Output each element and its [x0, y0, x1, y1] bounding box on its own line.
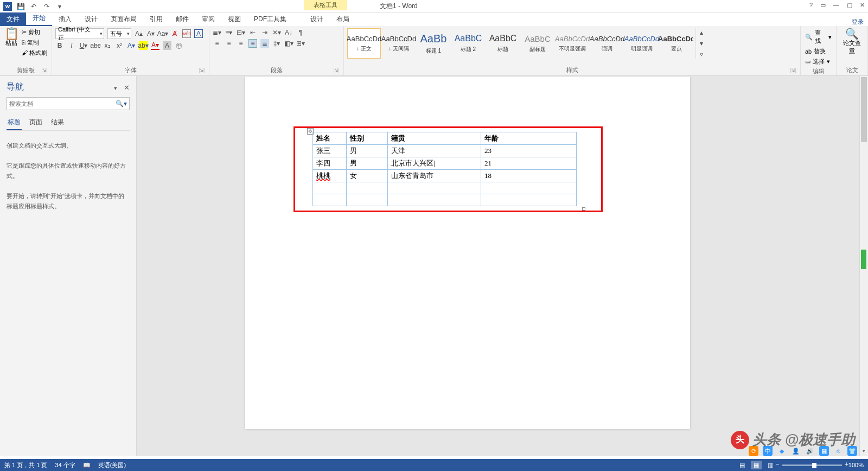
status-words[interactable]: 34 个字 [55, 461, 75, 469]
tab-table-layout[interactable]: 布局 [330, 12, 356, 26]
select-button[interactable]: ▭ 选择▾ [804, 57, 833, 66]
justify-button[interactable]: ≡ [248, 39, 257, 48]
style-emph[interactable]: AaBbCcDd强调 [590, 28, 624, 59]
font-size-select[interactable]: 五号 [107, 28, 131, 39]
italic-button[interactable]: I [67, 41, 76, 50]
font-color-button[interactable]: A▾ [151, 41, 159, 50]
style-strong[interactable]: AaBbCcDd要点 [660, 28, 693, 59]
data-table[interactable]: 姓名 性别 籍贯 年龄 张三男天津23 李四男北京市大兴区21 桃桃女山东省青岛… [312, 132, 577, 206]
th-age[interactable]: 年龄 [481, 132, 577, 145]
find-button[interactable]: 🔍 查找▾ [804, 28, 833, 46]
search-icon[interactable]: 🔍▾ [116, 100, 127, 107]
th-name[interactable]: 姓名 [313, 132, 347, 145]
bullets-button[interactable]: ≣▾ [213, 28, 221, 37]
help-button[interactable]: ? [809, 2, 813, 9]
style-h1[interactable]: AaBb标题 1 [417, 28, 450, 59]
numbering-button[interactable]: ≡▾ [225, 28, 233, 37]
tab-table-design[interactable]: 设计 [304, 12, 330, 26]
align-center-button[interactable]: ≡ [225, 39, 233, 48]
tab-home[interactable]: 开始 [26, 11, 52, 26]
shrink-font-icon[interactable]: A▾ [146, 29, 155, 38]
distribute-button[interactable]: ≣ [260, 39, 269, 48]
align-right-button[interactable]: ≡ [237, 39, 245, 48]
page[interactable]: ✥ 姓名 性别 籍贯 年龄 张三男天津23 李四男北京市大兴区21 桃桃女山东省… [245, 77, 690, 429]
multilevel-button[interactable]: ⊟▾ [237, 28, 245, 37]
web-layout-icon[interactable]: ▥ [765, 461, 776, 469]
thesis-check-button[interactable]: 🔍 论文查重 [840, 28, 864, 56]
nav-menu-icon[interactable]: ▾ [114, 85, 117, 91]
read-mode-icon[interactable]: ▤ [737, 461, 748, 469]
highlight-button[interactable]: ab▾ [139, 41, 148, 50]
style-title[interactable]: AaBbC标题 [486, 28, 520, 59]
superscript-button[interactable]: x² [115, 41, 124, 50]
th-gender[interactable]: 性别 [347, 132, 388, 145]
asian-layout-button[interactable]: ✕▾ [272, 28, 281, 37]
borders-button[interactable]: ⊞▾ [296, 39, 305, 48]
undo-icon[interactable]: ↶ [29, 2, 38, 11]
tab-file[interactable]: 文件 [0, 12, 26, 26]
subscript-button[interactable]: x₂ [103, 41, 112, 50]
cut-button[interactable]: ✂ 剪切 [22, 28, 47, 36]
grow-font-icon[interactable]: A▴ [135, 29, 143, 38]
style-subtitle[interactable]: AaBbC副标题 [521, 28, 554, 59]
nav-close-icon[interactable]: ✕ [124, 84, 130, 92]
style-int-emph[interactable]: AaBbCcDd明显强调 [625, 28, 659, 59]
sort-button[interactable]: A↓ [284, 28, 293, 37]
tab-references[interactable]: 引用 [143, 12, 169, 26]
bold-button[interactable]: B [55, 41, 64, 50]
close-button[interactable]: ✕ [860, 2, 865, 9]
styles-up-icon[interactable]: ▴ [697, 28, 706, 37]
print-layout-icon[interactable]: ▦ [751, 461, 762, 469]
indent-dec-button[interactable]: ⇤ [248, 28, 257, 37]
zoom-level[interactable]: 100% [848, 462, 864, 468]
tab-layout[interactable]: 页面布局 [104, 12, 143, 26]
style-normal[interactable]: AaBbCcDd↓ 正文 [347, 28, 381, 59]
text-effects-button[interactable]: A▾ [127, 41, 136, 50]
status-language[interactable]: 英语(美国) [98, 461, 126, 469]
maximize-button[interactable]: ▢ [847, 2, 852, 9]
scroll-thumb[interactable] [861, 77, 867, 142]
nav-tab-results[interactable]: 结果 [50, 116, 65, 130]
redo-icon[interactable]: ↷ [42, 2, 51, 11]
char-border-icon[interactable]: A [194, 29, 203, 38]
styles-launcher[interactable]: ⇲ [790, 68, 796, 73]
qat-more-icon[interactable]: ▾ [55, 2, 64, 11]
proofing-icon[interactable]: 📖 [83, 462, 91, 469]
clear-format-icon[interactable]: A̸ [170, 29, 179, 38]
nav-search-input[interactable] [9, 100, 116, 107]
login-link[interactable]: 登录 [852, 18, 864, 26]
tab-design[interactable]: 设计 [78, 12, 104, 26]
underline-button[interactable]: U▾ [79, 41, 88, 50]
paste-button[interactable]: 📋 粘贴 [3, 28, 20, 48]
status-page[interactable]: 第 1 页，共 1 页 [4, 461, 47, 469]
zoom-slider[interactable] [782, 464, 842, 466]
nav-tab-pages[interactable]: 页面 [28, 116, 43, 130]
scroll-down-icon[interactable]: ▾ [860, 448, 868, 456]
tab-insert[interactable]: 插入 [52, 12, 78, 26]
tab-pdf[interactable]: PDF工具集 [247, 12, 293, 26]
th-origin[interactable]: 籍贯 [388, 132, 481, 145]
strike-button[interactable]: abc [91, 41, 100, 50]
replace-button[interactable]: ab 替换 [804, 47, 833, 56]
tab-review[interactable]: 审阅 [195, 12, 221, 26]
show-marks-button[interactable]: ¶ [296, 28, 305, 37]
styles-gallery[interactable]: AaBbCcDd↓ 正文 AaBbCcDd↓ 无间隔 AaBb标题 1 AaBb… [347, 28, 693, 59]
clipboard-launcher[interactable]: ⇲ [42, 68, 47, 73]
style-nospacing[interactable]: AaBbCcDd↓ 无间隔 [382, 28, 416, 59]
tab-mailings[interactable]: 邮件 [169, 12, 195, 26]
copy-button[interactable]: ⎘ 复制 [22, 39, 47, 47]
nav-tab-headings[interactable]: 标题 [7, 116, 22, 130]
document-area[interactable]: ✥ 姓名 性别 籍贯 年龄 张三男天津23 李四男北京市大兴区21 桃桃女山东省… [137, 76, 868, 456]
indent-inc-button[interactable]: ⇥ [260, 28, 269, 37]
shading-button[interactable]: ◧▾ [284, 39, 293, 48]
tab-view[interactable]: 视图 [221, 12, 247, 26]
save-icon[interactable]: 💾 [16, 2, 25, 11]
style-h2[interactable]: AaBbC标题 2 [451, 28, 485, 59]
styles-down-icon[interactable]: ▾ [697, 39, 706, 48]
format-painter-button[interactable]: 🖌 格式刷 [22, 49, 47, 57]
enclose-char-button[interactable]: ㊥ [175, 41, 183, 50]
style-subtle-emph[interactable]: AaBbCcDd不明显强调 [556, 28, 589, 59]
font-launcher[interactable]: ⇲ [199, 68, 205, 73]
line-spacing-button[interactable]: ‡▾ [272, 39, 281, 48]
font-name-select[interactable]: Calibri (中文正 [55, 28, 104, 39]
